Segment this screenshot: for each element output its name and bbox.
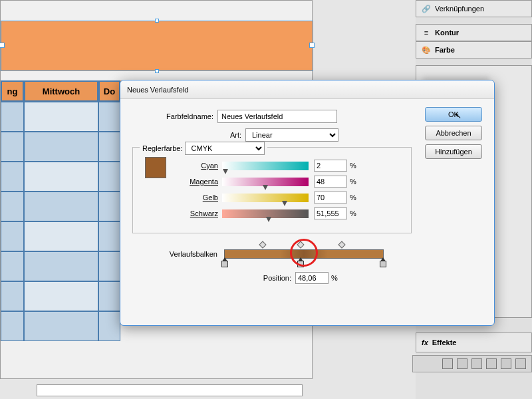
yellow-value-input[interactable] — [314, 192, 347, 203]
gradient-type-label: Art: — [132, 131, 245, 139]
bottom-scrollbar[interactable] — [37, 384, 303, 396]
table-cell[interactable] — [24, 221, 98, 251]
table-cell[interactable] — [98, 251, 120, 281]
table-cell[interactable] — [24, 192, 98, 221]
add-button[interactable]: Hinzufügen — [425, 144, 482, 159]
table-cell[interactable] — [1, 221, 24, 251]
table-cell[interactable] — [98, 281, 120, 311]
swatch-name-input[interactable] — [217, 110, 337, 123]
table-cell[interactable] — [1, 251, 24, 281]
magenta-slider[interactable] — [222, 178, 309, 186]
links-icon: 🔗 — [422, 4, 431, 13]
table-cell[interactable] — [1, 192, 24, 221]
panel-color[interactable]: 🎨 Farbe — [416, 41, 532, 59]
new-swatch-icon[interactable] — [501, 358, 511, 369]
position-label: Position: — [132, 274, 295, 282]
gradient-type-select[interactable]: Linear — [245, 128, 338, 142]
percent-symbol: % — [350, 209, 356, 217]
fx-icon: fx — [422, 338, 428, 346]
color-sliders-group: Reglerfarbe: CMYK Cyan % Magenta % Gelb — [132, 147, 412, 233]
panel-label: Effekte — [432, 338, 457, 346]
percent-symbol: % — [350, 162, 356, 170]
table-cell[interactable] — [98, 132, 120, 162]
magenta-value-input[interactable] — [314, 176, 347, 188]
gradient-color-stop-selected[interactable] — [297, 261, 304, 267]
swatch-name-label: Farbfeldname: — [132, 112, 217, 120]
gradient-ramp-label: Verlaufsbalken — [132, 250, 224, 258]
black-value-input[interactable] — [314, 207, 347, 219]
table-cell[interactable] — [98, 221, 120, 251]
table-header-cell[interactable]: Do — [98, 80, 120, 102]
table-header-cell[interactable]: Mittwoch — [24, 80, 98, 102]
resize-handle-bottom[interactable] — [155, 69, 159, 73]
gradient-color-stop[interactable] — [380, 261, 386, 267]
table-cell[interactable] — [98, 192, 120, 221]
gradient-color-stop[interactable] — [221, 261, 228, 267]
table-cell[interactable] — [1, 102, 24, 132]
swatches-toolbar — [412, 355, 532, 372]
yellow-label: Gelb — [142, 194, 222, 201]
gradient-midpoint-diamond[interactable] — [259, 241, 266, 248]
new-gradient-swatch-dialog: Neues Verlaufsfeld Farbfeldname: Art: Li… — [120, 80, 495, 326]
trash-icon[interactable] — [515, 358, 526, 369]
color-swatch-preview — [145, 157, 166, 178]
swatch-tool-icon[interactable] — [442, 358, 453, 369]
panel-label: Verknüpfungen — [435, 5, 484, 13]
table-cell[interactable] — [24, 102, 98, 132]
ok-button[interactable]: OK ↖ — [425, 107, 482, 122]
swatch-tool-icon[interactable] — [486, 358, 497, 369]
table-cell[interactable] — [1, 281, 24, 311]
panel-label: Farbe — [435, 46, 455, 54]
swatch-tool-icon[interactable] — [471, 358, 482, 369]
gradient-midpoint-diamond[interactable] — [297, 241, 305, 248]
stroke-icon: ≡ — [422, 28, 431, 37]
table-cell[interactable] — [24, 162, 98, 192]
selected-table-header-bar[interactable] — [1, 21, 313, 71]
table-cell[interactable] — [98, 311, 120, 341]
swatch-tool-icon[interactable] — [457, 358, 467, 369]
table-cell[interactable] — [24, 311, 98, 341]
panel-stroke[interactable]: ≡ Kontur — [416, 24, 532, 41]
table-cell[interactable] — [24, 281, 98, 311]
yellow-slider[interactable] — [222, 194, 309, 202]
gradient-ramp[interactable] — [224, 249, 384, 259]
table-cell[interactable] — [1, 162, 24, 192]
cancel-button[interactable]: Abbrechen — [425, 126, 482, 140]
position-value-input[interactable] — [295, 272, 329, 284]
dialog-title: Neues Verlaufsfeld — [127, 86, 188, 94]
stop-color-label: Reglerfarbe: — [142, 144, 183, 152]
cyan-value-input[interactable] — [314, 160, 347, 172]
black-slider[interactable] — [222, 209, 309, 218]
cyan-slider[interactable] — [222, 162, 309, 170]
table-cell[interactable] — [24, 251, 98, 281]
resize-handle-top[interactable] — [155, 19, 159, 23]
palette-icon: 🎨 — [422, 45, 431, 55]
percent-symbol: % — [331, 274, 338, 282]
dialog-title-bar[interactable]: Neues Verlaufsfeld — [120, 80, 494, 99]
table-cell[interactable] — [98, 162, 120, 192]
table-cell[interactable] — [98, 102, 120, 132]
color-mode-select[interactable]: CMYK — [185, 142, 265, 155]
table-header-cell[interactable]: ng — [1, 80, 24, 102]
table-cell[interactable] — [24, 132, 98, 162]
panel-links[interactable]: 🔗 Verknüpfungen — [416, 0, 532, 17]
black-label: Schwarz — [142, 209, 222, 217]
panel-effects[interactable]: fx Effekte — [416, 332, 532, 352]
table-cell[interactable] — [1, 132, 24, 162]
gradient-midpoint-diamond[interactable] — [338, 241, 345, 248]
percent-symbol: % — [350, 194, 356, 201]
table-cell[interactable] — [1, 311, 24, 341]
percent-symbol: % — [350, 178, 356, 186]
magenta-label: Magenta — [142, 178, 222, 186]
panel-label: Kontur — [435, 29, 459, 37]
